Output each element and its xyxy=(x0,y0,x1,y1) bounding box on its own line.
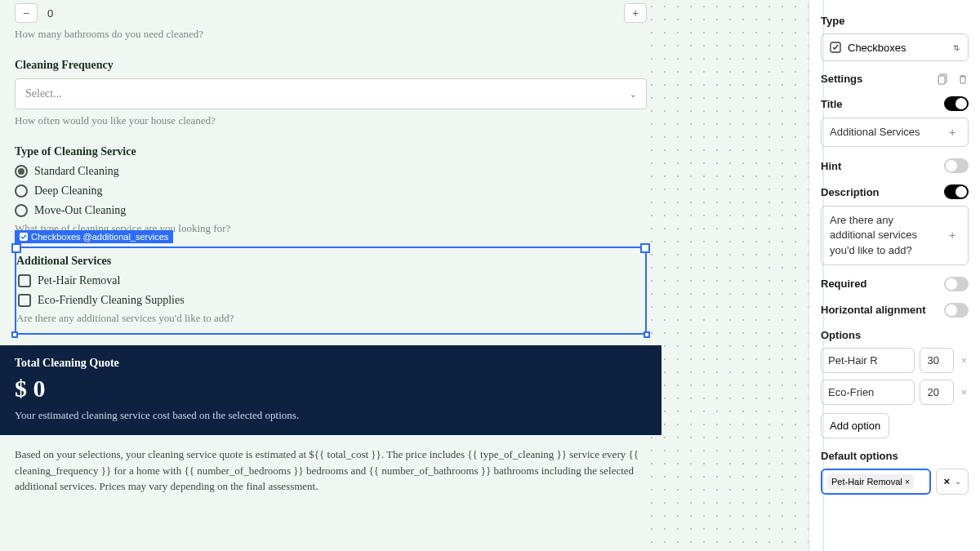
copy-icon[interactable] xyxy=(938,73,949,85)
form-area: − + How many bathrooms do you need clean… xyxy=(0,3,662,509)
checkbox-pethair[interactable]: Pet-Hair Removal xyxy=(16,274,645,287)
quote-title: Total Cleaning Quote xyxy=(15,357,647,370)
trash-icon[interactable] xyxy=(957,73,969,85)
chip-remove-icon[interactable]: × xyxy=(905,477,910,487)
type-label: Type xyxy=(821,15,969,27)
option-value-input[interactable]: 20 xyxy=(920,380,954,405)
checkbox-label: Pet-Hair Removal xyxy=(38,274,120,287)
frequency-label: Cleaning Frequency xyxy=(15,59,647,72)
updown-icon: ⇅ xyxy=(953,43,960,52)
remove-option-icon[interactable]: × xyxy=(959,354,969,367)
frequency-select[interactable]: Select... ⌄ xyxy=(15,78,647,109)
summary-text: Based on your selections, your cleaning … xyxy=(15,447,647,495)
frequency-help: How often would you like your house clea… xyxy=(15,114,647,127)
cleaning-type-label: Type of Cleaning Service xyxy=(15,145,647,158)
additional-label: Additional Services xyxy=(16,255,645,268)
checkbox-icon xyxy=(18,274,31,287)
radio-icon xyxy=(15,184,28,198)
options-label: Options xyxy=(821,329,969,341)
default-options-select[interactable]: Pet-Hair Removal × xyxy=(821,469,931,495)
option-row: Pet-Hair R 30 × xyxy=(821,348,969,373)
bathrooms-stepper: − + xyxy=(15,3,647,23)
desc-toggle-label: Description xyxy=(821,186,880,198)
radio-deep[interactable]: Deep Cleaning xyxy=(15,184,647,198)
desc-input[interactable]: Are there any additional services you'd … xyxy=(821,206,969,265)
option-name-input[interactable]: Pet-Hair R xyxy=(821,348,915,373)
remove-option-icon[interactable]: × xyxy=(959,386,969,398)
radio-label: Move-Out Cleaning xyxy=(34,204,126,217)
horiz-label: Horizontal alignment xyxy=(821,304,926,316)
checkbox-icon xyxy=(20,233,28,241)
frequency-placeholder: Select... xyxy=(25,87,62,100)
additional-services-block[interactable]: Checkboxes @additional_services Addition… xyxy=(15,247,647,335)
clear-icon[interactable]: × xyxy=(943,475,950,487)
quote-box: Total Cleaning Quote $ 0 Your estimated … xyxy=(0,345,662,435)
decrement-button[interactable]: − xyxy=(15,3,38,23)
additional-help: Are there any additional services you'd … xyxy=(16,312,645,325)
radio-label: Deep Cleaning xyxy=(34,184,103,198)
bathrooms-input[interactable] xyxy=(42,3,619,23)
option-row: Eco-Frien 20 × xyxy=(821,380,969,405)
radio-moveout[interactable]: Move-Out Cleaning xyxy=(15,204,647,217)
type-select[interactable]: Checkboxes ⇅ xyxy=(821,33,969,61)
default-controls: × ⌄ xyxy=(936,469,969,495)
increment-button[interactable]: + xyxy=(624,3,647,23)
hint-toggle[interactable] xyxy=(944,158,969,173)
checkboxes-icon xyxy=(830,42,841,53)
title-toggle[interactable] xyxy=(944,96,969,111)
desc-toggle[interactable] xyxy=(944,184,969,199)
radio-standard[interactable]: Standard Cleaning xyxy=(15,165,647,178)
required-toggle[interactable] xyxy=(944,277,969,291)
quote-desc: Your estimated cleaning service cost bas… xyxy=(15,409,647,422)
checkbox-eco[interactable]: Eco-Friendly Cleaning Supplies xyxy=(16,294,645,307)
checkbox-icon xyxy=(18,294,31,307)
quote-amount: $ 0 xyxy=(15,375,647,402)
bathrooms-help: How many bathrooms do you need cleaned? xyxy=(15,28,647,41)
default-chip: Pet-Hair Removal × xyxy=(827,474,914,489)
properties-panel: Type Checkboxes ⇅ Settings Title Additio… xyxy=(808,0,980,551)
plus-icon[interactable]: + xyxy=(945,228,960,242)
title-input[interactable]: Additional Services + xyxy=(821,118,969,147)
radio-icon xyxy=(15,204,28,217)
form-canvas: − + How many bathrooms do you need clean… xyxy=(0,0,808,551)
hint-toggle-label: Hint xyxy=(821,160,841,172)
canvas-grid xyxy=(645,0,808,551)
required-label: Required xyxy=(821,278,866,290)
chevron-down-icon[interactable]: ⌄ xyxy=(955,477,961,486)
option-value-input[interactable]: 30 xyxy=(920,348,954,373)
option-name-input[interactable]: Eco-Frien xyxy=(821,380,915,405)
radio-icon xyxy=(15,165,28,178)
default-options-label: Default options xyxy=(821,450,969,462)
horiz-toggle[interactable] xyxy=(944,303,969,318)
svg-rect-3 xyxy=(938,76,945,84)
checkbox-label: Eco-Friendly Cleaning Supplies xyxy=(38,294,185,307)
settings-label: Settings xyxy=(821,73,862,85)
block-tag: Checkboxes @additional_services xyxy=(15,230,173,243)
radio-label: Standard Cleaning xyxy=(34,165,119,178)
chevron-down-icon: ⌄ xyxy=(630,90,636,99)
add-option-button[interactable]: Add option xyxy=(821,413,889,438)
plus-icon[interactable]: + xyxy=(945,125,960,140)
title-toggle-label: Title xyxy=(821,98,843,110)
